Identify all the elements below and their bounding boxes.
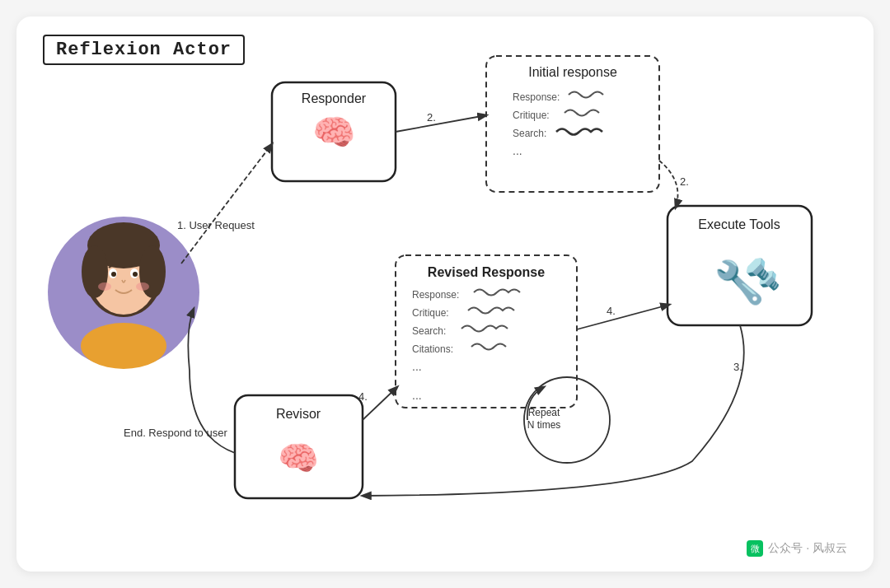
svg-text:Search:: Search:	[513, 128, 546, 139]
svg-text:Response:: Response:	[513, 91, 560, 103]
svg-text:...: ...	[513, 144, 522, 157]
revisor-brain-icon: 🧠	[278, 438, 319, 478]
repeat-n-label: N times	[527, 419, 561, 431]
step2-label: 2.	[427, 111, 436, 124]
execute-tools-label: Execute Tools	[698, 217, 780, 231]
svg-point-7	[111, 272, 116, 277]
tools-icon2: 🔩	[744, 256, 781, 292]
watermark-text: 公众号 · 风叔云	[768, 541, 847, 556]
svg-text:Search:: Search:	[412, 325, 446, 337]
watermark: 微 公众号 · 风叔云	[747, 540, 847, 557]
svg-text:...: ...	[412, 389, 422, 402]
svg-point-9	[98, 282, 111, 291]
main-container: Reflexion Actor	[16, 16, 874, 572]
svg-text:...: ...	[412, 360, 422, 373]
end-respond-label: End. Respond to user	[124, 427, 227, 439]
initial-response-label: Initial response	[528, 65, 617, 79]
svg-text:Citations:: Citations:	[412, 343, 453, 355]
svg-text:Response:: Response:	[412, 289, 459, 301]
responder-brain-icon: 🧠	[312, 112, 356, 153]
svg-text:Critique:: Critique:	[513, 110, 550, 121]
svg-point-10	[136, 282, 149, 291]
svg-point-11	[81, 323, 166, 369]
revised-response-label: Revised Response	[428, 265, 545, 279]
responder-label: Responder	[302, 91, 367, 105]
step4-label: 4.	[607, 305, 616, 317]
svg-text:Critique:: Critique:	[412, 307, 449, 319]
step2b-label: 2.	[680, 175, 689, 188]
step4b-label: 4.	[358, 390, 368, 403]
wechat-icon: 微	[747, 540, 763, 557]
step3-label: 3.	[733, 361, 742, 373]
repeat-label: Repeat	[528, 407, 560, 418]
revisor-label: Revisor	[276, 407, 321, 421]
svg-point-8	[133, 272, 138, 277]
user-request-label: 1. User Request	[177, 219, 255, 231]
diagram-svg: Responder 🧠 Initial response Response: C…	[16, 16, 874, 572]
